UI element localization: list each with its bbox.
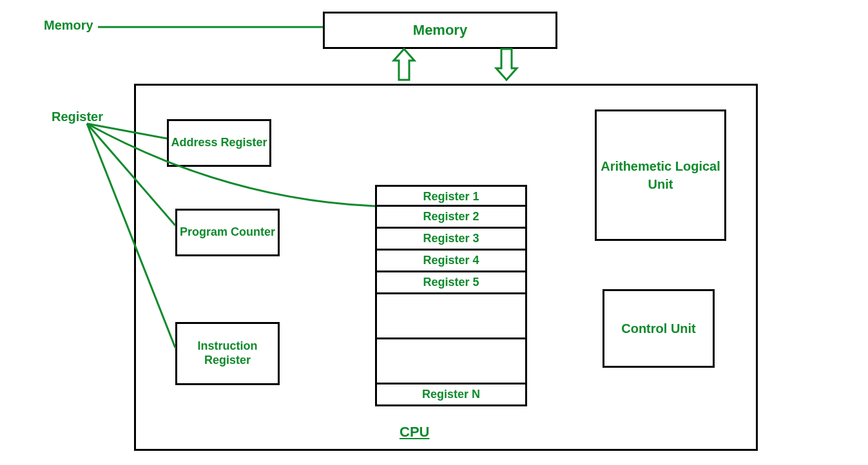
register-row: Register 1 — [375, 185, 527, 207]
diagram-canvas: Memory Address Register Program Counter … — [0, 0, 868, 465]
register-row: Register 3 — [375, 229, 527, 251]
register-row: Register 5 — [375, 272, 527, 294]
down-arrow-icon — [496, 49, 517, 80]
program-counter-label: Program Counter — [180, 225, 275, 240]
register-row: Register N — [375, 384, 527, 406]
cpu-label: CPU — [400, 424, 429, 441]
alu-label: Arithemetic Logical Unit — [597, 157, 724, 193]
address-register-label: Address Register — [171, 136, 267, 150]
memory-box-label: Memory — [413, 22, 467, 39]
register-row — [375, 339, 527, 384]
memory-box: Memory — [323, 12, 557, 49]
register-row — [375, 294, 527, 339]
instruction-register-box: Instruction Register — [175, 322, 280, 385]
register-side-label: Register — [52, 109, 103, 124]
alu-box: Arithemetic Logical Unit — [595, 109, 726, 241]
instruction-register-label: Instruction Register — [177, 339, 278, 367]
up-arrow-icon — [394, 49, 414, 80]
control-unit-box: Control Unit — [603, 289, 715, 368]
address-register-box: Address Register — [167, 119, 271, 167]
register-row: Register 2 — [375, 207, 527, 229]
control-unit-label: Control Unit — [621, 320, 696, 337]
register-file: Register 1 Register 2 Register 3 Registe… — [375, 185, 527, 406]
program-counter-box: Program Counter — [175, 209, 280, 256]
register-row: Register 4 — [375, 251, 527, 272]
memory-side-label: Memory — [44, 18, 93, 33]
